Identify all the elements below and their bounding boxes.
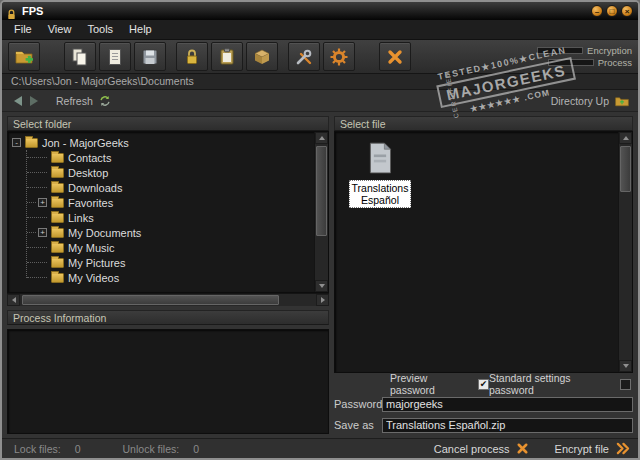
tree-horizontal-scrollbar[interactable] xyxy=(7,293,329,306)
folder-icon xyxy=(51,198,64,208)
tree-item-label: Desktop xyxy=(68,167,108,179)
toolbar: Encryption Process xyxy=(2,40,638,74)
clipboard-icon xyxy=(217,47,237,67)
tree-item-label: My Pictures xyxy=(68,257,125,269)
tree-item-label: My Documents xyxy=(68,227,141,239)
tree-item-my-music[interactable]: My Music xyxy=(21,240,314,255)
cancel-process-button[interactable]: Cancel process xyxy=(434,442,529,455)
tree-item-desktop[interactable]: Desktop xyxy=(21,165,314,180)
close-button[interactable]: × xyxy=(621,5,633,17)
tree-item-contacts[interactable]: Contacts xyxy=(21,150,314,165)
maximize-button[interactable]: □ xyxy=(606,5,618,17)
address-bar[interactable]: C:\Users\Jon - MajorGeeks\Documents xyxy=(2,74,638,90)
lock-icon xyxy=(182,47,202,67)
folder-tree: - Jon - MajorGeeks Contacts xyxy=(7,131,329,293)
tree-item-my-pictures[interactable]: My Pictures xyxy=(21,255,314,270)
tree-item-favorites[interactable]: + Favorites xyxy=(21,195,314,210)
vertical-scrollbar-thumb[interactable] xyxy=(316,146,327,236)
tree-item-label: Contacts xyxy=(68,152,111,164)
scroll-left-button[interactable] xyxy=(7,294,20,306)
tools-button[interactable] xyxy=(288,42,320,71)
package-button[interactable] xyxy=(246,42,278,71)
tree-root-jon-majorgeeks[interactable]: - Jon - MajorGeeks xyxy=(12,135,314,150)
tree-item-my-documents[interactable]: + My Documents xyxy=(21,225,314,240)
app-window: FPS – □ × File View Tools Help xyxy=(0,0,640,460)
cancel-label: Cancel process xyxy=(434,443,510,455)
tree-children: Contacts Desktop Downloads xyxy=(21,150,314,285)
window-title: FPS xyxy=(22,5,43,17)
menu-file[interactable]: File xyxy=(6,20,40,39)
lock-button[interactable] xyxy=(176,42,208,71)
add-folder-button[interactable] xyxy=(8,42,40,71)
scroll-up-button[interactable] xyxy=(619,132,632,144)
documents-button[interactable] xyxy=(99,42,131,71)
folder-panel: Select folder - Jon - MajorGeeks Contact… xyxy=(7,116,329,434)
menu-help[interactable]: Help xyxy=(121,20,160,39)
tree-item-links[interactable]: Links xyxy=(21,210,314,225)
package-icon xyxy=(252,47,272,67)
password-input[interactable] xyxy=(382,397,633,412)
window-controls: – □ × xyxy=(591,5,633,17)
directory-up-button[interactable] xyxy=(614,93,630,109)
forward-icon xyxy=(30,96,38,106)
folder-icon xyxy=(51,183,64,193)
paste-button[interactable] xyxy=(211,42,243,71)
forward-button[interactable] xyxy=(26,93,42,109)
directory-up-label[interactable]: Directory Up xyxy=(551,95,609,107)
exit-button[interactable] xyxy=(379,42,411,71)
password-label: Password xyxy=(334,398,382,410)
expand-icon[interactable]: + xyxy=(38,228,47,237)
lock-files-label: Lock files: xyxy=(14,443,61,455)
double-chevron-icon xyxy=(615,442,630,455)
menu-view[interactable]: View xyxy=(40,20,80,39)
back-button[interactable] xyxy=(10,93,26,109)
tree-item-my-videos[interactable]: My Videos xyxy=(21,270,314,285)
titlebar: FPS – □ × xyxy=(2,2,638,20)
encryption-progress-bar xyxy=(537,47,583,54)
action-buttons: Cancel process Encrypt file xyxy=(434,442,630,455)
file-list-content[interactable]: Translations Español xyxy=(335,132,618,372)
preview-password-checkbox[interactable]: ✔ xyxy=(478,379,489,390)
scroll-up-button[interactable] xyxy=(315,132,328,144)
folder-icon xyxy=(51,273,64,283)
file-vertical-scrollbar[interactable] xyxy=(618,132,632,372)
settings-button[interactable] xyxy=(323,42,355,71)
refresh-button[interactable] xyxy=(97,93,113,109)
file-item-translations-espanol[interactable]: Translations Español xyxy=(349,142,411,208)
check-icon: ✔ xyxy=(480,379,488,389)
scroll-right-button[interactable] xyxy=(316,294,329,306)
gear-icon xyxy=(329,47,349,67)
folder-panel-title: Select folder xyxy=(7,116,329,131)
arrow-up-icon xyxy=(319,136,325,140)
vertical-scrollbar-thumb[interactable] xyxy=(620,146,631,192)
tree-item-downloads[interactable]: Downloads xyxy=(21,180,314,195)
tree-vertical-scrollbar[interactable] xyxy=(314,132,328,292)
collapse-icon[interactable]: - xyxy=(12,138,21,147)
file-list: Translations Español xyxy=(334,131,633,373)
folder-icon xyxy=(51,258,64,268)
save-as-row: Save as xyxy=(334,416,633,434)
current-path: C:\Users\Jon - MajorGeeks\Documents xyxy=(11,75,194,87)
menu-tools[interactable]: Tools xyxy=(79,20,121,39)
file-name-label: Translations Español xyxy=(349,180,412,208)
wrench-icon xyxy=(294,47,314,67)
save-button[interactable] xyxy=(134,42,166,71)
lock-files-value: 0 xyxy=(75,443,81,455)
encrypt-file-button[interactable]: Encrypt file xyxy=(555,442,630,455)
refresh-label[interactable]: Refresh xyxy=(56,95,93,107)
unlock-files-value: 0 xyxy=(193,443,199,455)
copy-button[interactable] xyxy=(64,42,96,71)
zip-file-icon xyxy=(366,142,394,178)
horizontal-scrollbar-thumb[interactable] xyxy=(22,295,279,305)
folder-add-icon xyxy=(14,47,34,67)
save-as-input[interactable] xyxy=(382,418,633,433)
scroll-down-button[interactable] xyxy=(619,360,632,372)
scroll-down-button[interactable] xyxy=(315,280,328,292)
arrow-left-icon xyxy=(12,297,16,303)
encryption-label: Encryption xyxy=(587,45,632,56)
file-panel-title: Select file xyxy=(334,116,633,131)
standard-settings-password-checkbox[interactable] xyxy=(620,379,631,390)
toolbar-progress-area: Encryption Process xyxy=(537,45,632,68)
expand-icon[interactable]: + xyxy=(38,198,47,207)
minimize-button[interactable]: – xyxy=(591,5,603,17)
